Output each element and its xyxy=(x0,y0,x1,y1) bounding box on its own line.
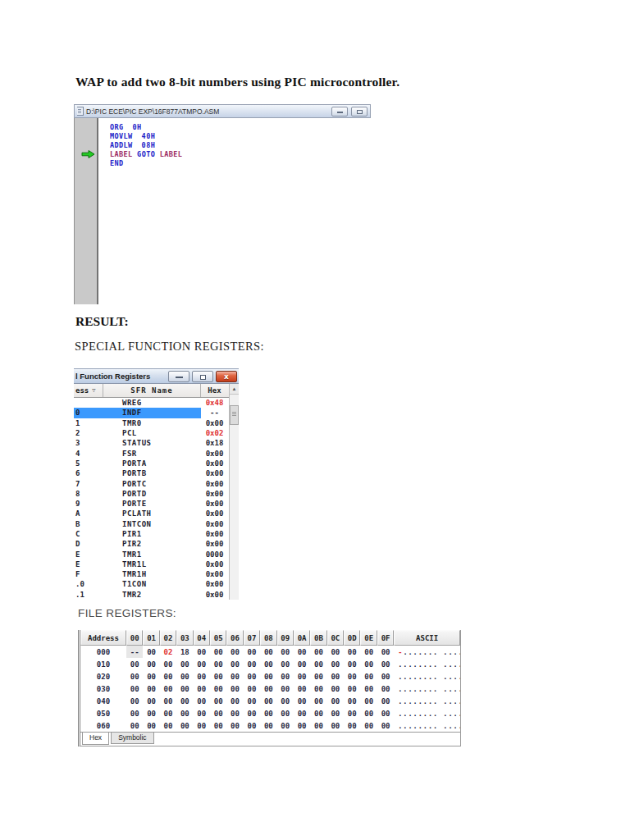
memory-cell[interactable]: 00 xyxy=(377,646,394,658)
memory-cell[interactable]: 00 xyxy=(277,695,294,707)
memory-cell[interactable]: 00 xyxy=(327,670,344,682)
sfr-row[interactable]: 7PORTC0x00 xyxy=(74,478,239,488)
memory-cell[interactable]: 00 xyxy=(226,658,243,670)
sfr-row[interactable]: BINTCON0x00 xyxy=(74,519,239,529)
code-line[interactable]: ORG 0H xyxy=(110,123,369,132)
memory-cell[interactable]: 00 xyxy=(310,658,326,670)
memory-cell[interactable]: 00 xyxy=(194,646,210,658)
scroll-up-icon[interactable]: ▲ xyxy=(230,384,239,395)
sfr-row[interactable]: DPIR20x00 xyxy=(74,539,239,549)
memory-cell[interactable]: 00 xyxy=(210,646,226,658)
memory-cell[interactable]: 00 xyxy=(360,670,377,682)
code-line[interactable]: ADDLW 08H xyxy=(110,141,369,150)
memory-cell[interactable]: 00 xyxy=(310,670,326,682)
memory-cell[interactable]: 18 xyxy=(176,646,193,658)
memory-cell[interactable]: 00 xyxy=(143,682,159,695)
memory-row[interactable]: 03000000000000000000000000000000000.....… xyxy=(80,682,460,695)
memory-cell[interactable]: 00 xyxy=(226,695,243,707)
memory-cell[interactable]: 00 xyxy=(310,646,326,658)
memory-cell[interactable]: 00 xyxy=(260,707,276,719)
memory-cell[interactable]: 00 xyxy=(160,695,176,707)
memory-cell[interactable]: 00 xyxy=(360,658,377,670)
memory-cell[interactable]: 00 xyxy=(260,719,276,732)
memory-cell[interactable]: 00 xyxy=(277,707,294,719)
memory-cell[interactable]: 00 xyxy=(327,707,344,719)
memory-cell[interactable]: 00 xyxy=(360,695,377,707)
memory-cell[interactable]: 00 xyxy=(126,658,143,670)
memory-cell[interactable]: 00 xyxy=(176,658,193,670)
memory-cell[interactable]: 00 xyxy=(244,682,260,695)
memory-cell[interactable]: 00 xyxy=(344,658,360,670)
memory-cell[interactable]: 00 xyxy=(210,658,226,670)
memory-cell[interactable]: 00 xyxy=(143,707,159,719)
memory-cell[interactable]: 00 xyxy=(377,719,394,732)
memory-row[interactable]: 01000000000000000000000000000000000.....… xyxy=(80,658,460,670)
memory-cell[interactable]: 00 xyxy=(194,695,210,707)
memory-cell[interactable]: 00 xyxy=(244,658,260,670)
sfr-row[interactable]: CPIR10x00 xyxy=(74,529,239,539)
memory-cell[interactable]: 00 xyxy=(244,719,260,732)
memory-cell[interactable]: 00 xyxy=(327,695,344,707)
sfr-row[interactable]: 3STATUS0x18 xyxy=(74,438,239,448)
memory-cell[interactable]: 00 xyxy=(344,670,360,682)
memory-cell[interactable]: 00 xyxy=(143,695,159,707)
memory-cell[interactable]: 00 xyxy=(310,707,326,719)
vertical-scrollbar[interactable]: ▲ xyxy=(229,384,239,600)
memory-cell[interactable]: 00 xyxy=(294,695,310,707)
sfr-row[interactable]: 6PORTB0x00 xyxy=(74,468,239,478)
code-area[interactable]: ORG 0HMOVLW 40HADDLW 08HLABEL GOTO LABEL… xyxy=(110,123,369,168)
memory-row[interactable]: 06000000000000000000000000000000000.....… xyxy=(80,719,460,732)
scrollbar-thumb[interactable] xyxy=(230,405,239,425)
memory-cell[interactable]: 00 xyxy=(126,670,143,682)
memory-cell[interactable]: 00 xyxy=(344,682,360,695)
memory-cell[interactable]: 00 xyxy=(143,670,159,682)
tab-hex[interactable]: Hex xyxy=(82,733,109,745)
memory-cell[interactable]: 00 xyxy=(260,682,276,695)
memory-row[interactable]: 000--000218000000000000000000000000-....… xyxy=(80,646,460,658)
memory-cell[interactable]: 00 xyxy=(294,719,310,732)
memory-cell[interactable]: 00 xyxy=(310,682,326,695)
sfr-row[interactable]: FTMR1H0x00 xyxy=(74,569,239,579)
code-line[interactable]: MOVLW 40H xyxy=(110,132,369,141)
memory-cell[interactable]: 00 xyxy=(160,719,176,732)
memory-cell[interactable]: 00 xyxy=(194,682,210,695)
memory-cell[interactable]: 00 xyxy=(126,682,143,695)
sfr-row[interactable]: ETMR1L0x00 xyxy=(74,559,239,569)
memory-cell[interactable]: 00 xyxy=(210,695,226,707)
memory-cell[interactable]: 00 xyxy=(377,670,394,682)
memory-cell[interactable]: 00 xyxy=(294,658,310,670)
maximize-button[interactable] xyxy=(192,371,213,382)
memory-cell[interactable]: 00 xyxy=(277,658,294,670)
memory-cell[interactable]: 00 xyxy=(176,707,193,719)
minimize-button[interactable] xyxy=(168,371,189,382)
editor-titlebar[interactable]: D:\PIC ECE\PIC EXP\16F877ATMPO.ASM xyxy=(74,104,371,118)
memory-cell[interactable]: 00 xyxy=(360,646,377,658)
memory-cell[interactable]: 00 xyxy=(360,707,377,719)
memory-cell[interactable]: 00 xyxy=(327,658,344,670)
memory-cell[interactable]: 00 xyxy=(126,695,143,707)
sfr-row[interactable]: 2PCL0x02 xyxy=(74,428,239,438)
memory-cell[interactable]: 00 xyxy=(277,719,294,732)
tab-symbolic[interactable]: Symbolic xyxy=(111,733,153,744)
memory-cell[interactable]: 00 xyxy=(226,682,243,695)
memory-cell[interactable]: 00 xyxy=(377,682,394,695)
memory-cell[interactable]: 00 xyxy=(260,670,276,682)
memory-cell[interactable]: 02 xyxy=(160,646,176,658)
memory-cell[interactable]: 00 xyxy=(360,719,377,732)
memory-cell[interactable]: 00 xyxy=(194,707,210,719)
memory-cell[interactable]: 00 xyxy=(360,682,377,695)
sfr-row[interactable]: 1TMR00x00 xyxy=(74,418,239,428)
memory-row[interactable]: 02000000000000000000000000000000000.....… xyxy=(80,670,460,682)
memory-cell[interactable]: 00 xyxy=(194,719,210,732)
sfr-address-column-header[interactable]: ess ▽ xyxy=(74,384,103,397)
memory-cell[interactable]: 00 xyxy=(260,658,276,670)
memory-cell[interactable]: 00 xyxy=(377,707,394,719)
sfr-row[interactable]: 8PORTD0x00 xyxy=(74,489,239,499)
memory-cell[interactable]: 00 xyxy=(344,646,360,658)
sfr-row[interactable]: .0T1CON0x00 xyxy=(74,579,239,589)
memory-cell[interactable]: 00 xyxy=(210,670,226,682)
code-line[interactable]: LABEL GOTO LABEL xyxy=(110,150,369,159)
memory-cell[interactable]: 00 xyxy=(244,695,260,707)
memory-cell[interactable]: 00 xyxy=(194,670,210,682)
memory-cell[interactable]: 00 xyxy=(210,719,226,732)
